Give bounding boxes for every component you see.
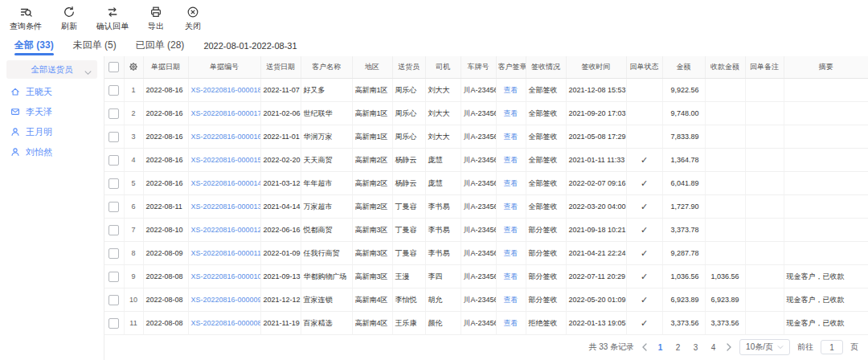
- cell-sign_status: 全部签收: [526, 102, 566, 125]
- next-page-button[interactable]: [726, 343, 732, 351]
- user-icon: [10, 147, 20, 158]
- chevron-down-icon: [777, 346, 784, 350]
- page-button-4[interactable]: 4: [708, 343, 719, 352]
- row-checkbox[interactable]: [108, 272, 119, 282]
- view-signature-link[interactable]: 查看: [496, 242, 526, 265]
- cell-deliverer: 丁曼容: [392, 242, 425, 265]
- column-header-region: 地区: [352, 56, 392, 79]
- cell-amount: 1,364.78: [662, 149, 705, 172]
- cell-region: 高新南4区: [352, 288, 392, 312]
- row-checkbox[interactable]: [108, 318, 119, 329]
- cell-region: 高新南3区: [352, 265, 392, 288]
- doc-no-link[interactable]: XS-20220816-000011: [188, 242, 260, 265]
- doc-no-link[interactable]: XS-20220816-000009: [188, 288, 260, 312]
- cell-customer: 宜家连锁: [301, 288, 352, 312]
- cell-customer: 年年超市: [301, 172, 352, 195]
- view-signature-link[interactable]: 查看: [496, 79, 526, 102]
- cell-summary: [784, 195, 868, 219]
- filter-search-icon: [19, 6, 32, 18]
- cell-received: [705, 242, 745, 265]
- doc-no-link[interactable]: XS-20220816-000018: [188, 79, 260, 102]
- sidebar-item-deliverer-3[interactable]: 王月明: [0, 122, 104, 142]
- goto-page-input[interactable]: [821, 340, 843, 354]
- doc-no-link[interactable]: XS-20220816-000010: [188, 265, 260, 288]
- toolbar-button-refresh[interactable]: 刷新: [53, 6, 85, 32]
- confirm-receipt-swap-icon: [106, 6, 119, 18]
- doc-no-link[interactable]: XS-20220816-000012: [188, 219, 260, 242]
- column-header-select[interactable]: [104, 56, 124, 79]
- cell-num: 2: [124, 102, 143, 125]
- toolbar-button-export[interactable]: 导出: [140, 6, 172, 32]
- cell-doc_date: 2022-08-16: [143, 172, 188, 195]
- view-signature-link[interactable]: 查看: [496, 195, 526, 219]
- page-button-2[interactable]: 2: [673, 343, 683, 352]
- row-checkbox[interactable]: [108, 132, 119, 142]
- row-checkbox[interactable]: [108, 202, 119, 212]
- sidebar-item-deliverer-1[interactable]: 王晓天: [0, 82, 104, 102]
- tab-all[interactable]: 全部 (33): [14, 35, 54, 56]
- cell-receipt_note: [745, 265, 784, 288]
- view-signature-link[interactable]: 查看: [496, 288, 526, 312]
- cell-sign_status: 全部签收: [526, 172, 566, 195]
- view-signature-link[interactable]: 查看: [496, 219, 526, 242]
- row-checkbox[interactable]: [108, 178, 119, 189]
- receipt-status-check: ✓: [626, 172, 662, 195]
- deliverer-name: 刘怡然: [26, 146, 52, 158]
- deliverer-filter-dropdown[interactable]: 全部送货员: [6, 60, 97, 79]
- page-size-select[interactable]: 10条/页: [739, 339, 790, 355]
- table-row: 52022-08-16XS-20220816-0000142021-03-12年…: [104, 172, 868, 195]
- view-signature-link[interactable]: 查看: [496, 149, 526, 172]
- toolbar-button-confirm-receipt[interactable]: 确认回单: [96, 6, 129, 32]
- cell-num: 7: [124, 219, 143, 242]
- table-row: 102022-08-08XS-20220816-0000092021-12-12…: [104, 288, 868, 312]
- doc-no-link[interactable]: XS-20220816-000013: [188, 195, 260, 219]
- goto-label: 前往: [797, 342, 813, 353]
- table-row: 72022-08-10XS-20220816-0000122022-06-16悦…: [104, 219, 868, 242]
- toolbar-button-query-conditions[interactable]: 查询条件: [10, 6, 42, 32]
- toolbar-button-close[interactable]: 关闭: [177, 6, 209, 32]
- cell-summary: [784, 172, 868, 195]
- select-all-checkbox[interactable]: [108, 62, 119, 72]
- page-button-1[interactable]: 1: [655, 343, 665, 352]
- table-row: 42022-08-16XS-20220816-0000152022-02-20天…: [104, 149, 868, 172]
- view-signature-link[interactable]: 查看: [496, 312, 526, 335]
- cell-delivery_date: 2021-09-13: [260, 265, 301, 288]
- cell-plate: 川A-234561: [461, 242, 496, 265]
- cell-amount: 3,373.56: [662, 312, 705, 335]
- row-checkbox[interactable]: [108, 108, 119, 119]
- sidebar-item-deliverer-2[interactable]: 李天泽: [0, 102, 104, 122]
- page-button-3[interactable]: 3: [690, 343, 701, 352]
- column-header-sign_time: 签收时间: [566, 56, 626, 79]
- cell-num: 6: [124, 195, 143, 219]
- cell-delivery_date: 2021-03-12: [260, 172, 301, 195]
- doc-no-link[interactable]: XS-20220816-000017: [188, 102, 260, 125]
- cell-amount: 1,036.56: [662, 265, 705, 288]
- toolbar-button-label: 关闭: [185, 21, 201, 32]
- tab-receipted[interactable]: 已回单 (28): [136, 35, 185, 56]
- view-signature-link[interactable]: 查看: [496, 265, 526, 288]
- prev-page-button[interactable]: [641, 343, 648, 351]
- doc-no-link[interactable]: XS-20220816-000008: [188, 312, 260, 335]
- table-row: 82022-08-09XS-20220816-0000112022-01-09任…: [104, 242, 868, 265]
- row-checkbox[interactable]: [108, 295, 119, 305]
- table-row: 62022-08-11XS-20220816-0000132021-04-14万…: [104, 195, 868, 219]
- cell-received: 3,373.56: [705, 312, 745, 335]
- cell-checkbox: [104, 102, 124, 125]
- row-checkbox[interactable]: [108, 155, 119, 166]
- doc-no-link[interactable]: XS-20220816-000014: [188, 172, 260, 195]
- row-checkbox[interactable]: [108, 225, 119, 235]
- row-checkbox[interactable]: [108, 248, 119, 259]
- cell-customer: 天天商贸: [301, 149, 352, 172]
- column-header-settings-gear[interactable]: [124, 56, 143, 79]
- column-header-receipt_done: 回单状态: [626, 56, 662, 79]
- column-header-sign_status: 签收情况: [526, 56, 566, 79]
- view-signature-link[interactable]: 查看: [496, 102, 526, 125]
- view-signature-link[interactable]: 查看: [496, 125, 526, 149]
- view-signature-link[interactable]: 查看: [496, 172, 526, 195]
- sidebar-item-deliverer-4[interactable]: 刘怡然: [0, 142, 104, 162]
- tab-no-receipt[interactable]: 未回单 (5): [73, 35, 117, 56]
- doc-no-link[interactable]: XS-20220816-000016: [188, 125, 260, 149]
- cell-doc_date: 2022-08-08: [143, 265, 188, 288]
- row-checkbox[interactable]: [108, 85, 119, 96]
- doc-no-link[interactable]: XS-20220816-000015: [188, 149, 260, 172]
